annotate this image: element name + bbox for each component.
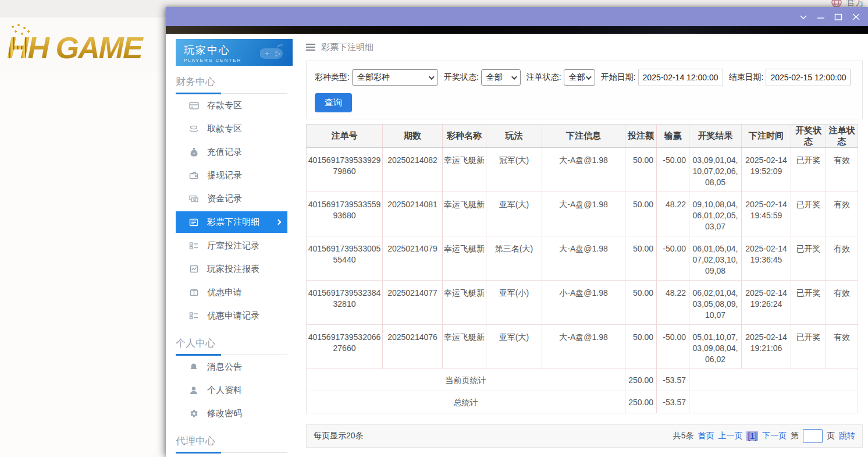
summary-bet-total: 250.00 xyxy=(625,369,657,391)
table-cell: 幸运飞艇新 xyxy=(443,281,486,325)
table-cell: 2025-02-14 19:45:59 xyxy=(742,192,791,236)
table-cell: 有效 xyxy=(826,236,858,281)
lottery-type-select[interactable]: 全部彩种 xyxy=(352,69,438,86)
sidebar-item-lottery-bet-detail[interactable]: 彩票下注明细 xyxy=(176,211,287,233)
checklist-icon xyxy=(188,242,199,250)
page-suffix-label: 页 xyxy=(827,431,835,441)
table-cell: -50.00 xyxy=(657,236,689,281)
report-chart-icon xyxy=(188,265,199,273)
sidebar-item-label: 提现记录 xyxy=(207,170,242,181)
desktop-left-panel: HH GAME xyxy=(0,17,166,457)
end-date-input[interactable] xyxy=(766,69,851,86)
summary-bet-total: 250.00 xyxy=(625,391,657,413)
sidebar-item-withdrawal-record[interactable]: 提现记录 xyxy=(176,164,287,187)
table-row: 40156917395339297986020250214082幸运飞艇新冠军(… xyxy=(307,148,858,192)
table-cell: 大-A盘@1.98 xyxy=(542,148,625,192)
hamburger-menu-icon[interactable] xyxy=(306,44,315,51)
table-cell: 48.22 xyxy=(657,192,689,236)
sidebar-item-label: 个人资料 xyxy=(207,385,242,396)
table-row: 40156917395335599368020250214081幸运飞艇新亚军(… xyxy=(307,192,858,236)
prev-page-link[interactable]: 上一页 xyxy=(718,431,742,441)
page-jump-input[interactable] xyxy=(803,429,823,443)
sidebar-item-withdraw[interactable]: 取款专区 xyxy=(176,117,287,140)
column-header: 下注信息 xyxy=(542,125,625,148)
window-maximize-icon[interactable] xyxy=(830,9,847,24)
table-cell: 2025-02-14 19:52:09 xyxy=(742,148,791,192)
sidebar-item-deposit[interactable]: 存款专区 xyxy=(176,94,287,117)
sidebar-section-personal: 个人中心 xyxy=(176,334,287,355)
column-header: 注单状态 xyxy=(826,125,858,148)
draw-status-select[interactable]: 全部 xyxy=(481,69,521,86)
lottery-type-label: 彩种类型: xyxy=(315,72,350,83)
table-cell: -50.00 xyxy=(657,148,689,192)
summary-row-total: 总统计 250.00 -53.57 xyxy=(307,391,858,413)
sidebar-item-promo-apply[interactable]: 优惠申请 xyxy=(176,281,287,304)
bet-detail-table: 注单号期数彩种名称玩法下注信息投注额输赢开奖结果下注时间开奖状态注单状态 401… xyxy=(306,124,858,413)
table-cell: 2025-02-14 19:26:24 xyxy=(742,281,791,325)
main-content: 彩票下注明细 彩种类型: 全部彩种 开奖状态: 全部 注单状态: xyxy=(297,34,868,457)
table-cell: 06,02,01,04,03,05,08,09,10,07 xyxy=(689,281,742,325)
sidebar: 玩家中心 PLAYERS CENTER 财务中心 xyxy=(166,34,297,457)
summary-win-loss: -53.57 xyxy=(657,391,689,413)
column-header: 彩种名称 xyxy=(443,125,486,148)
table-cell: 401569173953300555440 xyxy=(307,236,383,281)
section-rule xyxy=(176,452,287,453)
sidebar-item-promo-apply-record[interactable]: 优惠申请记录 xyxy=(176,304,287,327)
section-label: 代理中心 xyxy=(176,432,287,452)
window-minimize-icon[interactable] xyxy=(812,9,830,24)
summary-row-page: 当前页统计 250.00 -53.57 xyxy=(307,369,858,391)
table-body: 40156917395339297986020250214082幸运飞艇新冠军(… xyxy=(307,148,858,369)
order-status-select[interactable]: 全部 xyxy=(564,69,595,86)
sidebar-item-label: 取款专区 xyxy=(207,123,242,134)
section-label: 财务中心 xyxy=(176,73,287,93)
gift-ticket-icon xyxy=(188,288,199,296)
table-cell: 已开奖 xyxy=(791,148,826,192)
next-page-link[interactable]: 下一页 xyxy=(762,431,787,441)
table-cell: 有效 xyxy=(826,281,858,325)
table-cell: 401569173953238432810 xyxy=(307,281,383,325)
query-button[interactable]: 查询 xyxy=(315,93,352,112)
column-header: 输赢 xyxy=(657,125,689,148)
table-cell: 小-A盘@1.98 xyxy=(542,281,625,325)
column-header: 玩法 xyxy=(486,125,542,148)
table-cell: 09,10,08,04,06,01,02,05,03,07 xyxy=(689,192,742,236)
page-title: 彩票下注明细 xyxy=(321,42,373,53)
table-cell: 20250214081 xyxy=(383,192,443,236)
table-cell: 2025-02-14 19:36:45 xyxy=(742,236,791,281)
draw-status-label: 开奖状态: xyxy=(444,72,479,83)
table-cell: 20250214082 xyxy=(383,148,443,192)
app-window: 玩家中心 PLAYERS CENTER 财务中心 xyxy=(166,7,868,457)
sidebar-item-funds-record[interactable]: 资金记录 xyxy=(176,187,287,210)
window-close-icon[interactable] xyxy=(847,9,865,24)
sidebar-header: 玩家中心 PLAYERS CENTER xyxy=(176,39,293,66)
table-cell: 48.22 xyxy=(657,281,689,325)
table-cell: 幸运飞艇新 xyxy=(443,148,486,192)
first-page-link[interactable]: 首页 xyxy=(698,431,714,441)
banner-strip xyxy=(166,26,868,34)
brand-logo: HH GAME xyxy=(0,17,166,73)
sidebar-item-profile[interactable]: 个人资料 xyxy=(176,378,287,402)
sidebar-item-label: 彩票下注明细 xyxy=(207,217,259,228)
table-cell: 大-A盘@1.98 xyxy=(542,236,625,281)
table-cell: 401569173953355993680 xyxy=(307,192,383,236)
sidebar-item-change-password[interactable]: 修改密码 xyxy=(176,402,287,425)
sidebar-item-notices[interactable]: 消息公告 xyxy=(176,355,287,378)
sidebar-item-label: 优惠申请记录 xyxy=(207,310,259,321)
sidebar-item-recharge-record[interactable]: + 充值记录 xyxy=(176,140,287,164)
table-cell: 06,01,05,04,07,02,03,10,09,08 xyxy=(689,236,742,281)
gear-icon xyxy=(188,409,199,418)
start-date-input[interactable] xyxy=(638,69,723,86)
bell-icon xyxy=(188,363,199,371)
page-size-text: 每页显示20条 xyxy=(314,431,364,441)
moneybag-icon: + xyxy=(188,147,199,157)
table-cell: 05,01,10,07,03,09,08,04,06,02 xyxy=(689,325,742,369)
current-page-badge: [1] xyxy=(746,431,758,441)
summary-empty xyxy=(689,369,858,391)
person-icon xyxy=(188,386,199,395)
sidebar-item-hall-bet-record[interactable]: 厅室投注记录 xyxy=(176,234,287,257)
breadcrumb: 彩票下注明细 xyxy=(306,34,863,61)
jump-link[interactable]: 跳转 xyxy=(839,431,855,441)
sidebar-item-player-bet-report[interactable]: 玩家投注报表 xyxy=(176,257,287,281)
start-date-label: 开始日期: xyxy=(601,72,636,83)
window-chevron-down-icon[interactable] xyxy=(795,9,812,24)
